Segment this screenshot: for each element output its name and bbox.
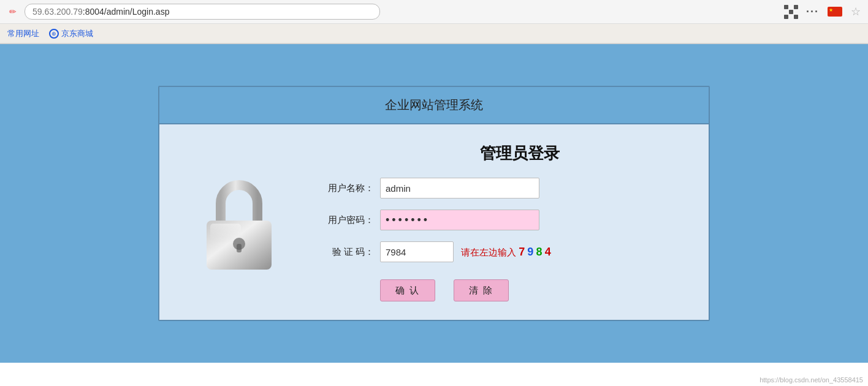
qr-icon[interactable]	[784, 5, 798, 18]
lock-icon	[199, 172, 279, 273]
captcha-group: 请在左边输入 7 9 8 4	[380, 241, 551, 262]
svg-rect-3	[237, 244, 242, 252]
captcha-digit-3: 8	[536, 246, 542, 258]
address-host: 59.63.200.79	[32, 7, 83, 17]
language-flag-icon[interactable]	[828, 7, 842, 17]
edit-icon: ✏	[7, 6, 18, 17]
username-input[interactable]	[380, 178, 539, 199]
globe-icon: ⊕	[49, 29, 59, 39]
captcha-input[interactable]	[380, 241, 454, 262]
button-row: 确 认 清 除	[380, 279, 509, 301]
bookmark-common-sites[interactable]: 常用网址	[7, 28, 39, 39]
reset-button[interactable]: 清 除	[454, 279, 509, 301]
bookmark-star-icon[interactable]: ☆	[851, 5, 861, 18]
captcha-digit-1: 7	[519, 246, 525, 258]
bookmark-jd[interactable]: ⊕ 京东商城	[49, 28, 93, 39]
more-icon[interactable]: ···	[806, 6, 819, 18]
lock-container	[184, 161, 294, 284]
bookmark-jd-label: 京东商城	[61, 28, 93, 39]
panel-title: 企业网站管理系统	[385, 98, 483, 112]
bookmarks-bar: 常用网址 ⊕ 京东商城	[0, 24, 868, 44]
captcha-row: 验 证 码： 请在左边输入 7 9 8 4	[319, 241, 684, 262]
address-port-path: :8004/admin/Login.asp	[83, 7, 170, 17]
form-area: 管理员登录 用户名称： 用户密码： 验 证 码：	[319, 143, 684, 301]
address-bar: ✏ 59.63.200.79:8004/admin/Login.asp ··· …	[0, 0, 868, 24]
login-panel: 企业网站管理系统	[158, 86, 710, 321]
panel-body: 管理员登录 用户名称： 用户密码： 验 证 码：	[159, 124, 709, 320]
captcha-digit-2: 9	[527, 246, 533, 258]
password-row: 用户密码：	[319, 210, 684, 230]
captcha-hint-prefix: 请在左边输入	[461, 247, 516, 257]
panel-header: 企业网站管理系统	[159, 87, 709, 124]
main-content: 企业网站管理系统	[0, 44, 868, 363]
browser-icons: ··· ☆	[784, 5, 861, 18]
browser-chrome: ✏ 59.63.200.79:8004/admin/Login.asp ··· …	[0, 0, 868, 44]
captcha-hint: 请在左边输入 7 9 8 4	[461, 246, 551, 259]
confirm-button[interactable]: 确 认	[380, 279, 435, 301]
captcha-digit-4: 4	[545, 246, 551, 258]
form-title: 管理员登录	[480, 143, 560, 164]
password-input[interactable]	[380, 210, 539, 230]
username-row: 用户名称：	[319, 178, 684, 199]
bookmark-label: 常用网址	[7, 28, 39, 39]
address-field[interactable]: 59.63.200.79:8004/admin/Login.asp	[25, 4, 380, 20]
captcha-label: 验 证 码：	[319, 246, 374, 258]
password-label: 用户密码：	[319, 214, 374, 226]
username-label: 用户名称：	[319, 183, 374, 194]
